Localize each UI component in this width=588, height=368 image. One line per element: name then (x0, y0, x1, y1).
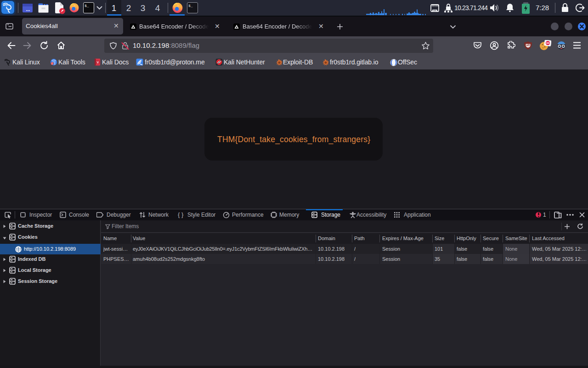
svg-text:uO: uO (526, 44, 530, 46)
svg-text:11: 11 (51, 63, 53, 65)
